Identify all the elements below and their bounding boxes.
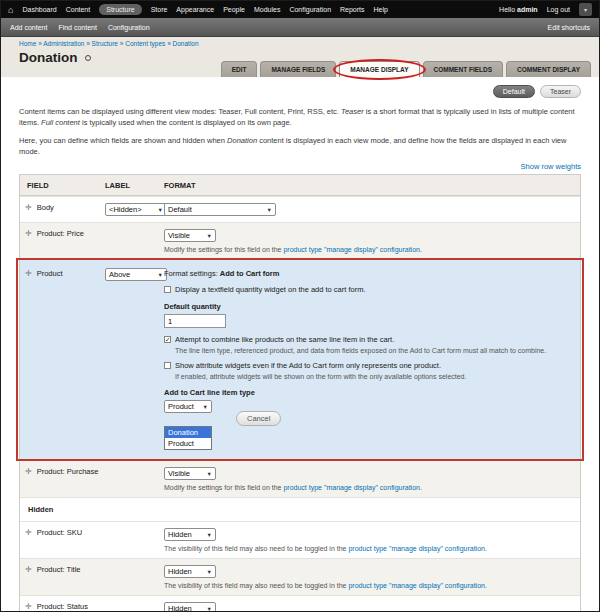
- toolbar-item-people[interactable]: People: [223, 6, 245, 13]
- tab-manage-fields[interactable]: MANAGE FIELDS: [260, 61, 336, 77]
- select-arrow-icon: ▼: [158, 272, 163, 278]
- dropdown-option-donation[interactable]: Donation: [165, 427, 211, 438]
- attribute-widgets-checkbox[interactable]: [164, 362, 171, 369]
- page-title: Donation: [19, 50, 78, 65]
- dropdown-option-product[interactable]: Product: [165, 438, 211, 449]
- note-text: Modify the settings for this field on th…: [164, 484, 283, 491]
- shortcut-configuration[interactable]: Configuration: [108, 24, 150, 31]
- field-name: Body: [37, 203, 54, 212]
- body-format-select[interactable]: Default▼: [164, 203, 276, 216]
- line-item-type-select[interactable]: Product▼: [164, 400, 212, 413]
- product-label-value: Above: [109, 270, 130, 279]
- shortcut-bar: Add content Find content Configuration E…: [1, 18, 599, 37]
- note-text: Modify the settings for this field on th…: [164, 246, 283, 253]
- drag-handle-icon[interactable]: ✛: [25, 229, 32, 238]
- toolbar-item-appearance[interactable]: Appearance: [176, 6, 214, 13]
- intro-p1-teaser: Teaser: [341, 107, 364, 116]
- table-row-product-status: ✛Product: Status Hidden▼ The visibility …: [20, 595, 580, 612]
- toolbar-item-configuration[interactable]: Configuration: [289, 6, 331, 13]
- greeting-prefix: Hello: [499, 6, 515, 13]
- title-format-select[interactable]: Hidden▼: [164, 565, 216, 578]
- tab-comment-fields[interactable]: COMMENT FIELDS: [423, 61, 504, 77]
- drag-handle-icon[interactable]: ✛: [25, 269, 32, 278]
- toolbar-item-help[interactable]: Help: [374, 6, 388, 13]
- contextual-circle-icon[interactable]: [85, 55, 91, 61]
- toolbar-item-modules[interactable]: Modules: [254, 6, 280, 13]
- teaser-view-mode-button[interactable]: Teaser: [540, 85, 581, 98]
- manage-display-config-link[interactable]: product type "manage display" configurat…: [348, 582, 485, 589]
- select-arrow-icon: ▼: [207, 532, 212, 538]
- purchase-format-value: Visible: [168, 469, 190, 478]
- cancel-button[interactable]: Cancel: [236, 411, 281, 426]
- default-view-mode-button[interactable]: Default: [493, 85, 535, 98]
- drag-handle-icon[interactable]: ✛: [25, 203, 32, 212]
- intro-paragraph-1: Content items can be displayed using dif…: [19, 106, 581, 129]
- manage-display-config-link[interactable]: product type "manage display" configurat…: [283, 484, 420, 491]
- field-column-header: FIELD: [20, 181, 105, 190]
- sku-format-select[interactable]: Hidden▼: [164, 528, 216, 541]
- sku-format-value: Hidden: [168, 530, 192, 539]
- body-label-select[interactable]: <Hidden>▼: [105, 203, 167, 216]
- intro-p1-text: Content items can be displayed using dif…: [19, 107, 341, 116]
- greeting-text: Hello admin: [499, 6, 538, 13]
- product-label-select[interactable]: Above▼: [105, 268, 167, 281]
- toolbar-item-store[interactable]: Store: [151, 6, 168, 13]
- price-format-value: Visible: [168, 231, 190, 240]
- line-item-type-value: Product: [168, 402, 194, 411]
- quantity-widget-checkbox[interactable]: [164, 286, 171, 293]
- price-format-select[interactable]: Visible▼: [164, 229, 216, 242]
- toolbar-item-content[interactable]: Content: [66, 6, 91, 13]
- select-arrow-icon: ▼: [207, 606, 212, 612]
- edit-shortcuts-link[interactable]: Edit shortcuts: [548, 24, 590, 31]
- show-row-weights-link[interactable]: Show row weights: [521, 162, 581, 171]
- drag-handle-icon[interactable]: ✛: [25, 565, 32, 574]
- intro-p1-text3: is typically used when the content is di…: [80, 118, 292, 127]
- status-format-value: Hidden: [168, 604, 192, 612]
- logout-link[interactable]: Log out: [547, 6, 570, 13]
- quantity-widget-label: Display a textfield quantity widget on t…: [175, 285, 366, 294]
- select-arrow-icon: ▼: [207, 233, 212, 239]
- title-format-value: Hidden: [168, 567, 192, 576]
- tab-edit[interactable]: EDIT: [221, 61, 258, 77]
- shortcut-add-content[interactable]: Add content: [10, 24, 47, 31]
- field-name: Product: Purchase: [37, 467, 99, 476]
- field-name: Product: Price: [37, 229, 84, 238]
- manage-display-config-link[interactable]: product type "manage display" configurat…: [348, 545, 485, 552]
- attribute-widgets-label: Show attribute widgets even if the Add t…: [175, 361, 441, 370]
- default-quantity-label: Default quantity: [164, 302, 572, 311]
- note-text: The visibility of this field may also ne…: [164, 582, 348, 589]
- table-header-row: FIELD LABEL FORMAT: [20, 175, 580, 196]
- toolbar-item-reports[interactable]: Reports: [340, 6, 365, 13]
- body-format-value: Default: [168, 205, 192, 214]
- select-arrow-icon: ▼: [207, 569, 212, 575]
- status-format-select[interactable]: Hidden▼: [164, 602, 216, 612]
- drag-handle-icon[interactable]: ✛: [25, 467, 32, 476]
- drupal-admin-page: ⌂ Dashboard Content Structure Store Appe…: [0, 0, 600, 612]
- home-icon[interactable]: ⌂: [8, 5, 13, 15]
- admin-toolbar: ⌂ Dashboard Content Structure Store Appe…: [1, 1, 599, 18]
- drag-handle-icon[interactable]: ✛: [25, 528, 32, 537]
- hidden-section-header: Hidden: [20, 497, 580, 521]
- format-column-header: FORMAT: [164, 181, 580, 190]
- drag-handle-icon[interactable]: ✛: [25, 602, 32, 611]
- select-arrow-icon: ▼: [158, 207, 163, 213]
- shortcut-find-content[interactable]: Find content: [58, 24, 97, 31]
- toolbar-item-dashboard[interactable]: Dashboard: [22, 6, 56, 13]
- view-mode-switcher: Default Teaser: [1, 77, 599, 98]
- toolbar-item-structure[interactable]: Structure: [99, 4, 141, 15]
- select-arrow-icon: ▼: [207, 471, 212, 477]
- tab-comment-display[interactable]: COMMENT DISPLAY: [506, 61, 591, 77]
- toolbar-toggle-button[interactable]: ▾: [579, 3, 592, 16]
- table-row-product-purchase: ✛Product: Purchase Visible▼ Modify the s…: [20, 460, 580, 497]
- breadcrumb[interactable]: Home » Administration » Structure » Cont…: [19, 40, 599, 47]
- note-text: The visibility of this field may also ne…: [164, 545, 348, 552]
- attribute-widgets-note: If enabled, attribute widgets will be sh…: [175, 373, 572, 380]
- main-content: Default Teaser Content items can be disp…: [1, 77, 599, 612]
- table-row-body: ✛Body <Hidden>▼ Default▼: [20, 196, 580, 222]
- purchase-format-select[interactable]: Visible▼: [164, 467, 216, 480]
- default-quantity-input[interactable]: [164, 314, 226, 328]
- manage-display-config-link[interactable]: product type "manage display" configurat…: [283, 246, 420, 253]
- username: admin: [517, 6, 538, 13]
- combine-checkbox-checked[interactable]: ✓: [164, 336, 171, 343]
- tab-manage-display[interactable]: MANAGE DISPLAY: [339, 61, 419, 77]
